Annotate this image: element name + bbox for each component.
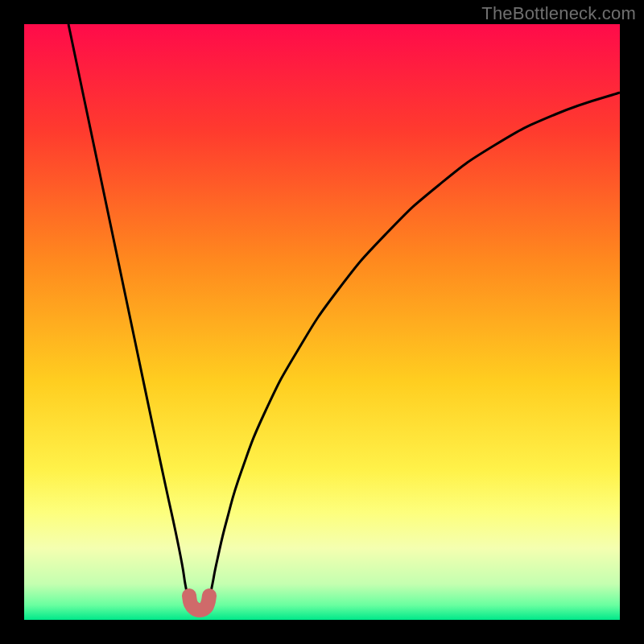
series-right-branch bbox=[210, 93, 620, 596]
attribution-text: TheBottleneck.com bbox=[481, 3, 636, 24]
curve-layer bbox=[24, 24, 620, 620]
series-valley-marker bbox=[189, 596, 209, 610]
chart-frame: TheBottleneck.com bbox=[0, 0, 644, 644]
series-left-branch bbox=[68, 24, 188, 596]
plot-area bbox=[24, 24, 620, 620]
